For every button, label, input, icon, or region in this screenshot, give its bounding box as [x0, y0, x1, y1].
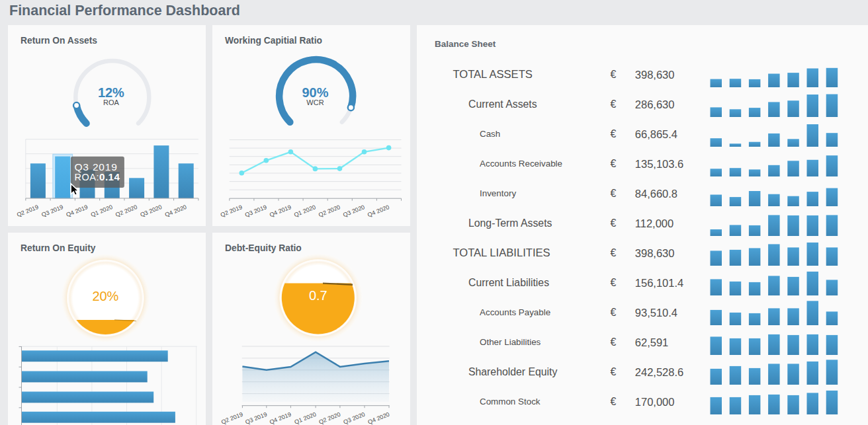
svg-text:Q3 2020: Q3 2020: [342, 411, 366, 425]
svg-text:Q2 2019: Q2 2019: [16, 204, 40, 218]
svg-text:Q3 2019: Q3 2019: [244, 411, 268, 425]
svg-text:Q2 2019: Q2 2019: [220, 204, 243, 218]
svg-text:Q3 2019: Q3 2019: [40, 204, 64, 218]
svg-text:Q2 2019: Q2 2019: [220, 411, 244, 425]
svg-text:90%: 90%: [302, 85, 328, 100]
svg-text:Q2 2020: Q2 2020: [318, 204, 341, 218]
svg-text:Q4 2020: Q4 2020: [367, 411, 390, 425]
svg-text:Q4 2020: Q4 2020: [164, 204, 188, 218]
svg-text:Q1 2020: Q1 2020: [294, 411, 318, 425]
svg-text:Q4 2019: Q4 2019: [269, 204, 292, 218]
svg-text:12%: 12%: [98, 85, 124, 100]
svg-text:0.7: 0.7: [309, 288, 327, 303]
svg-text:20%: 20%: [92, 289, 118, 303]
svg-text:Q3 2020: Q3 2020: [342, 204, 366, 218]
svg-text:Q1 2020: Q1 2020: [90, 204, 114, 218]
svg-text:Q1 2020: Q1 2020: [293, 204, 317, 218]
svg-text:Q3 2019: Q3 2019: [244, 204, 268, 218]
svg-text:ROA:0.14: ROA:0.14: [75, 171, 120, 182]
svg-text:Q4 2019: Q4 2019: [269, 411, 292, 425]
svg-text:Q3 2020: Q3 2020: [139, 204, 163, 218]
svg-text:Q2 2020: Q2 2020: [114, 204, 138, 218]
svg-text:WCR: WCR: [306, 98, 324, 106]
svg-text:ROA: ROA: [103, 98, 120, 106]
svg-text:Q4 2019: Q4 2019: [65, 204, 89, 218]
svg-text:Q2 2020: Q2 2020: [318, 411, 341, 425]
svg-text:Q4 2020: Q4 2020: [367, 204, 390, 218]
